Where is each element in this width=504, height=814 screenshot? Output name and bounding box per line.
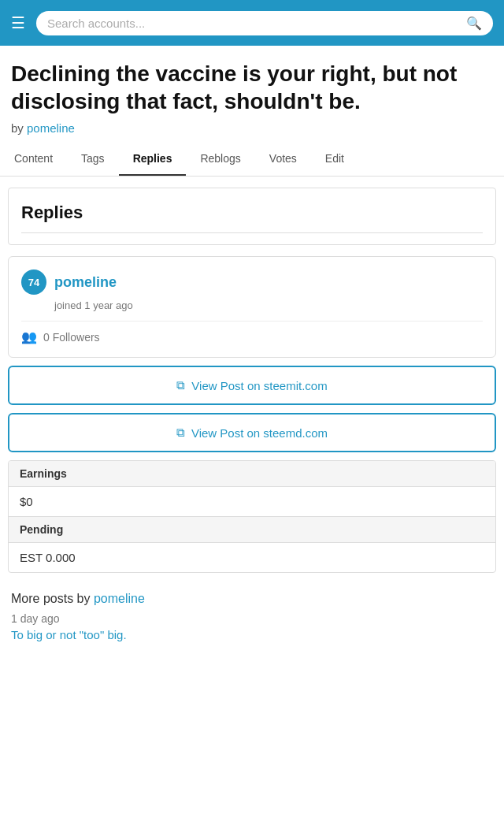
recent-post-link[interactable]: To big or not "too" big. (11, 628, 127, 641)
replies-section: Replies (8, 188, 496, 245)
tab-replies[interactable]: Replies (119, 143, 187, 176)
followers-count: 0 Followers (43, 331, 100, 344)
view-steemit-label: View Post on steemit.com (191, 379, 327, 392)
followers-icon: 👥 (21, 329, 37, 344)
pending-value: EST 0.000 (9, 543, 495, 572)
author-card: 74 pomeline joined 1 year ago 👥 0 Follow… (8, 256, 496, 358)
reputation-badge: 74 (21, 269, 46, 295)
post-author-link[interactable]: pomeline (27, 121, 75, 135)
tab-content[interactable]: Content (0, 143, 67, 176)
author-followers: 👥 0 Followers (21, 321, 483, 344)
search-bar: 🔍 (36, 11, 493, 35)
app-header: ☰ 🔍 (0, 0, 504, 46)
search-icon: 🔍 (466, 16, 482, 31)
post-author-line: by pomeline (11, 121, 493, 135)
earnings-label: Earnings (9, 461, 495, 487)
earnings-section: Earnings $0 Pending EST 0.000 (8, 460, 496, 573)
recent-post-timestamp: 1 day ago (11, 612, 493, 625)
hamburger-menu-button[interactable]: ☰ (11, 13, 25, 32)
tab-votes[interactable]: Votes (255, 143, 311, 176)
view-steemd-button[interactable]: ⧉ View Post on steemd.com (8, 413, 496, 452)
tab-edit[interactable]: Edit (311, 143, 358, 176)
earnings-value: $0 (9, 487, 495, 516)
external-link-icon-1: ⧉ (176, 378, 185, 392)
external-link-icon-2: ⧉ (176, 426, 185, 440)
tab-reblogs[interactable]: Reblogs (186, 143, 254, 176)
author-joined: joined 1 year ago (54, 299, 483, 311)
tab-tags[interactable]: Tags (67, 143, 119, 176)
more-posts-section: More posts by pomeline 1 day ago To big … (0, 581, 504, 647)
author-card-name-link[interactable]: pomeline (54, 274, 117, 291)
search-input[interactable] (47, 17, 466, 30)
author-card-header: 74 pomeline (21, 269, 483, 295)
more-posts-author-link[interactable]: pomeline (94, 592, 145, 605)
tab-bar: Content Tags Replies Reblogs Votes Edit (0, 143, 504, 177)
post-title-area: Declining the vaccine is your right, but… (0, 46, 504, 143)
view-steemit-button[interactable]: ⧉ View Post on steemit.com (8, 366, 496, 405)
pending-label: Pending (9, 517, 495, 543)
replies-heading: Replies (21, 203, 483, 233)
view-steemd-label: View Post on steemd.com (191, 426, 328, 440)
post-title: Declining the vaccine is your right, but… (11, 60, 493, 115)
more-posts-heading: More posts by pomeline (11, 592, 493, 606)
